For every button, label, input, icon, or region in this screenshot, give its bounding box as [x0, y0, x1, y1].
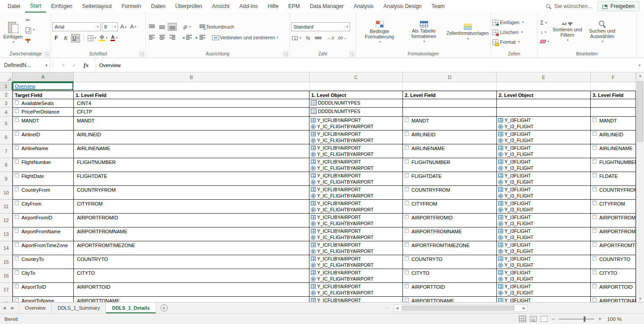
cell-B12[interactable]: AIRPORTFROMID: [74, 214, 309, 227]
cell-F12[interactable]: AIRPORTFROMID: [591, 214, 636, 227]
insert-cells-button[interactable]: Einfügen▾: [492, 18, 524, 27]
ribbon-tab-start[interactable]: Start: [25, 0, 46, 13]
cell-C7[interactable]: Y_ICFLIBYAIRPORTDY_IC_FLIGHTBYAIRPORT: [309, 144, 403, 158]
percent-style-button[interactable]: %: [304, 34, 313, 42]
font-dialog-launcher[interactable]: ↘: [140, 52, 144, 56]
delete-cells-button[interactable]: Löschen▾: [492, 28, 523, 37]
cell-F18[interactable]: AIRPORTTONAME: [591, 297, 636, 302]
cell-F13[interactable]: AIRPORTFROMNAME: [591, 227, 636, 241]
zoom-level[interactable]: 100 %: [606, 316, 622, 322]
decrease-indent-button[interactable]: ◄: [181, 34, 193, 42]
normal-view-button[interactable]: [519, 316, 526, 322]
row-header-7[interactable]: 7: [0, 144, 13, 158]
align-bottom-button[interactable]: [168, 23, 177, 31]
bold-button[interactable]: F: [52, 34, 60, 42]
cell-A4[interactable]: PricePerDistance: [13, 108, 74, 117]
align-left-button[interactable]: [147, 34, 156, 42]
font-color-button[interactable]: A▾: [110, 34, 118, 42]
cell-A3[interactable]: AvailableSeats: [13, 99, 74, 108]
scroll-up-icon[interactable]: ▲: [639, 74, 642, 78]
cell-D8[interactable]: FLIGHTNUMBER: [403, 158, 497, 172]
scroll-down-icon[interactable]: ▼: [639, 297, 642, 301]
cell-C2[interactable]: 1. Level Object: [309, 91, 403, 99]
name-box-dropdown-icon[interactable]: ▾: [45, 63, 47, 67]
cell-E4[interactable]: [497, 108, 591, 117]
sheet-nav-left-icon[interactable]: ◀: [0, 306, 8, 310]
formula-bar-splitter[interactable]: ⋮: [50, 58, 55, 72]
cell-E13[interactable]: Y_I3FLIGHTDY_I3_FLIGHT: [497, 227, 591, 241]
cell-C15[interactable]: Y_ICFLIBYAIRPORTDY_IC_FLIGHTBYAIRPORT: [309, 255, 403, 269]
cell-D13[interactable]: AIRPORTFROMNAME: [403, 227, 497, 241]
cell-E12[interactable]: Y_I3FLIGHTDY_I3_FLIGHT: [497, 214, 591, 227]
format-as-table-button[interactable]: Als Tabelle formatieren ▾: [402, 15, 446, 50]
page-layout-view-button[interactable]: [530, 316, 537, 322]
sort-filter-button[interactable]: AZ Sortieren und Filtern ▾: [551, 15, 585, 50]
cell-C13[interactable]: Y_ICFLIBYAIRPORTDY_IC_FLIGHTBYAIRPORT: [309, 227, 403, 241]
vertical-scroll-thumb[interactable]: [637, 81, 643, 142]
cell-A9[interactable]: FlightDate: [13, 172, 74, 186]
row-header-1[interactable]: 1: [0, 82, 13, 91]
cell-E8[interactable]: Y_I3FLIGHTDY_I3_FLIGHT: [497, 158, 591, 172]
cell-F10[interactable]: COUNTRYFROM: [591, 186, 636, 200]
column-header-A[interactable]: A: [13, 72, 74, 82]
cell-E3[interactable]: [497, 99, 591, 108]
align-middle-button[interactable]: [157, 23, 166, 31]
cell-F5[interactable]: MANDT: [591, 117, 636, 130]
cell-D10[interactable]: COUNTRYFROM: [403, 186, 497, 200]
align-right-button[interactable]: [168, 34, 177, 42]
cell-D11[interactable]: CITYFROM: [403, 200, 497, 214]
zoom-in-button[interactable]: +: [598, 316, 602, 322]
ribbon-tab-ansicht[interactable]: Ansicht: [207, 0, 234, 13]
enter-icon[interactable]: ✓: [72, 62, 76, 68]
fill-color-button[interactable]: ▾: [98, 34, 109, 42]
cell-F9[interactable]: FLDATE: [591, 172, 636, 186]
cell-A14[interactable]: AiportFromTimeZone: [13, 241, 74, 255]
cell-B17[interactable]: AIRPORTTOID: [74, 283, 309, 297]
column-header-E[interactable]: E: [497, 72, 591, 82]
cell-B15[interactable]: COUNTRYTO: [74, 255, 309, 269]
row-header-9[interactable]: 9: [0, 172, 13, 186]
cell-E17[interactable]: Y_I3FLIGHTDY_I3_FLIGHT: [497, 283, 591, 297]
cell-E2[interactable]: 2. Level Object: [497, 91, 591, 99]
cell-D2[interactable]: 2. Level Field: [403, 91, 497, 99]
row-header-12[interactable]: 12: [0, 214, 13, 227]
zoom-slider-thumb[interactable]: [584, 316, 585, 322]
ribbon-tab-daten[interactable]: Daten: [146, 0, 170, 13]
sheet-tab-ddls_1_details[interactable]: DDLS_1_Details: [106, 303, 156, 313]
zoom-slider[interactable]: [559, 319, 594, 320]
cell-B2[interactable]: 1. Level Field: [74, 91, 309, 99]
cell-D7[interactable]: AIRLINENAME: [403, 144, 497, 158]
cell-C16[interactable]: Y_ICFLIBYAIRPORTDY_IC_FLIGHTBYAIRPORT: [309, 269, 403, 283]
cell-C18[interactable]: Y_ICFLIBYAIRPORTDY_IC_FLIGHTBYAIRPORT: [309, 297, 403, 302]
cell-D14[interactable]: AIPORTFROMTIMEZONE: [403, 241, 497, 255]
fill-handle[interactable]: [71, 88, 73, 90]
conditional-formatting-button[interactable]: Bedingte Formatierung ▾: [357, 15, 402, 50]
row-header-10[interactable]: 10: [0, 186, 13, 200]
scroll-left-icon[interactable]: ◀: [396, 306, 398, 310]
cell-C11[interactable]: Y_ICFLIBYAIRPORTDY_IC_FLIGHTBYAIRPORT: [309, 200, 403, 214]
cell-B14[interactable]: AIPORTFROMTIMEZONE: [74, 241, 309, 255]
cell-F14[interactable]: AIPORTFROMTIMEZONE: [591, 241, 636, 255]
cell-F17[interactable]: AIRPORTTOID: [591, 283, 636, 297]
row-header-4[interactable]: 4: [0, 108, 13, 117]
cell-F3[interactable]: [591, 99, 636, 108]
cell-A6[interactable]: AirlineID: [13, 130, 74, 144]
cell-C12[interactable]: Y_ICFLIBYAIRPORTDY_IC_FLIGHTBYAIRPORT: [309, 214, 403, 227]
ribbon-tab-seitenlayout[interactable]: Seitenlayout: [77, 0, 117, 13]
cell-E10[interactable]: Y_I3FLIGHTDY_I3_FLIGHT: [497, 186, 591, 200]
ribbon-tab-analysis-design[interactable]: Analysis Design: [378, 0, 426, 13]
cut-button[interactable]: ✂: [25, 16, 35, 24]
cell-B4[interactable]: CFLTP: [74, 108, 309, 117]
ribbon-tab-epm[interactable]: EPM: [284, 0, 305, 13]
cell-D15[interactable]: COUNTRYTO: [403, 255, 497, 269]
cell-A17[interactable]: AirportToID: [13, 283, 74, 297]
cell-C9[interactable]: Y_ICFLIBYAIRPORTDY_IC_FLIGHTBYAIRPORT: [309, 172, 403, 186]
cell-A8[interactable]: FlightNumber: [13, 158, 74, 172]
cell-A16[interactable]: CityTo: [13, 269, 74, 283]
clear-button[interactable]: ▾: [540, 38, 549, 46]
wrap-text-button[interactable]: Textumbruch: [199, 23, 235, 31]
comma-style-button[interactable]: 000: [314, 34, 323, 42]
cell-E15[interactable]: Y_I3FLIGHTDY_I3_FLIGHT: [497, 255, 591, 269]
cell-F11[interactable]: CITYFROM: [591, 200, 636, 214]
clipboard-dialog-launcher[interactable]: ↘: [45, 52, 49, 56]
